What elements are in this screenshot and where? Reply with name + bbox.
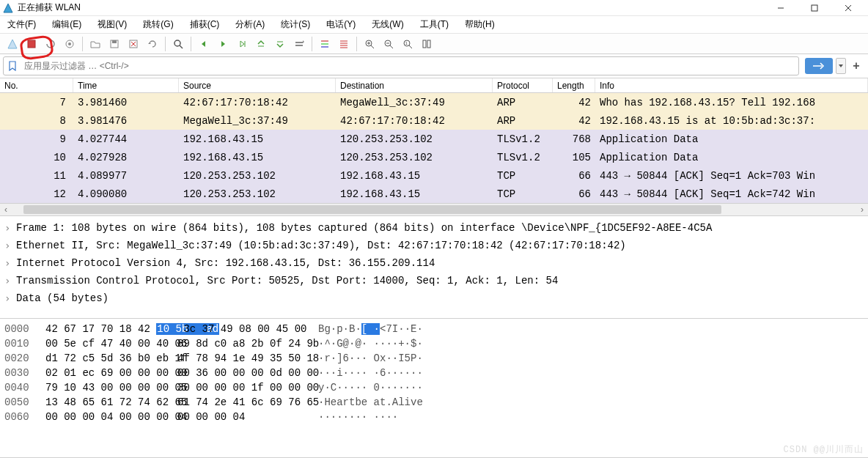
svg-line-34 bbox=[409, 45, 412, 48]
svg-rect-4 bbox=[28, 40, 35, 48]
zoom-out-button[interactable] bbox=[380, 36, 397, 52]
start-capture-button[interactable] bbox=[4, 36, 21, 52]
zoom-reset-button[interactable]: 1 bbox=[400, 36, 416, 52]
packet-bytes: 000042 67 17 70 18 42 10 5b ad 3c 37 49 … bbox=[0, 319, 868, 458]
menu-edit[interactable]: 编辑(E) bbox=[49, 17, 84, 32]
packet-list-hscrollbar[interactable]: ‹ › bbox=[0, 203, 868, 215]
packet-row[interactable]: 94.027744192.168.43.15120.253.253.102TLS… bbox=[0, 130, 868, 148]
list-view-button[interactable] bbox=[336, 36, 352, 52]
display-filter-input[interactable] bbox=[21, 61, 798, 71]
hex-line[interactable]: 003002 01 ec 69 00 00 00 0000 36 00 00 0… bbox=[4, 366, 864, 380]
detail-line[interactable]: ›Data (54 bytes) bbox=[4, 289, 864, 307]
hex-line[interactable]: 0020d1 72 c5 5d 36 b0 eb 1f4f 78 94 1e 4… bbox=[4, 351, 864, 366]
menu-view[interactable]: 视图(V) bbox=[95, 17, 130, 32]
save-file-button[interactable] bbox=[106, 36, 122, 52]
col-proto[interactable]: Protocol bbox=[493, 78, 553, 92]
hex-line[interactable]: 000042 67 17 70 18 42 10 5b ad 3c 37 49 … bbox=[4, 322, 864, 336]
menu-statistics[interactable]: 统计(S) bbox=[278, 17, 313, 32]
detail-text: Internet Protocol Version 4, Src: 192.16… bbox=[16, 257, 435, 269]
bookmark-icon[interactable] bbox=[4, 61, 21, 71]
auto-scroll-button[interactable] bbox=[291, 36, 307, 52]
svg-rect-1 bbox=[812, 5, 817, 11]
menu-wireless[interactable]: 无线(W) bbox=[369, 17, 406, 32]
toolbar: 1 bbox=[0, 34, 868, 54]
col-no[interactable]: No. bbox=[0, 78, 73, 92]
detail-line[interactable]: ›Transmission Control Protocol, Src Port… bbox=[4, 272, 864, 289]
svg-line-13 bbox=[180, 45, 183, 48]
svg-point-12 bbox=[174, 40, 180, 46]
zoom-in-button[interactable] bbox=[361, 36, 378, 52]
col-dst[interactable]: Destination bbox=[336, 78, 493, 92]
detail-text: Transmission Control Protocol, Src Port:… bbox=[16, 275, 558, 287]
menu-tools[interactable]: 工具(T) bbox=[417, 17, 452, 32]
packet-row[interactable]: 104.027928192.168.43.15120.253.253.102TL… bbox=[0, 148, 868, 166]
restart-capture-button[interactable] bbox=[43, 36, 59, 52]
col-len[interactable]: Length bbox=[553, 78, 595, 92]
app-icon bbox=[3, 3, 13, 13]
filter-history-button[interactable] bbox=[836, 58, 846, 74]
detail-line[interactable]: ›Frame 1: 108 bytes on wire (864 bits), … bbox=[4, 219, 864, 237]
go-back-button[interactable] bbox=[196, 36, 212, 52]
col-src[interactable]: Source bbox=[179, 78, 336, 92]
packet-row[interactable]: 124.090080120.253.253.102192.168.43.15TC… bbox=[0, 185, 868, 203]
svg-rect-8 bbox=[112, 40, 117, 43]
chevron-right-icon: › bbox=[4, 275, 12, 287]
chevron-right-icon: › bbox=[4, 257, 12, 269]
go-last-button[interactable] bbox=[272, 36, 288, 52]
open-file-button[interactable] bbox=[87, 36, 103, 52]
chevron-right-icon: › bbox=[4, 222, 12, 234]
detail-line[interactable]: ›Internet Protocol Version 4, Src: 192.1… bbox=[4, 254, 864, 272]
apply-filter-button[interactable] bbox=[805, 58, 833, 74]
svg-line-27 bbox=[371, 45, 374, 48]
col-info[interactable]: Info bbox=[595, 78, 868, 92]
close-button[interactable] bbox=[831, 0, 865, 16]
chevron-right-icon: › bbox=[4, 240, 12, 251]
add-filter-button[interactable]: + bbox=[849, 58, 864, 74]
go-forward-button[interactable] bbox=[215, 36, 231, 52]
go-to-packet-button[interactable] bbox=[234, 36, 250, 52]
stop-capture-button[interactable] bbox=[23, 36, 40, 52]
hex-line[interactable]: 006000 00 00 04 00 00 00 0400 00 00 04··… bbox=[4, 410, 864, 424]
menu-go[interactable]: 跳转(G) bbox=[140, 17, 176, 32]
svg-rect-20 bbox=[321, 43, 328, 45]
watermark: CSDN @@川川而山 bbox=[784, 443, 864, 456]
capture-options-button[interactable] bbox=[62, 36, 78, 52]
chevron-right-icon: › bbox=[4, 292, 12, 304]
maximize-button[interactable] bbox=[798, 0, 831, 16]
menu-telephony[interactable]: 电话(Y) bbox=[323, 17, 358, 32]
packet-row[interactable]: 73.98146042:67:17:70:18:42MegaWell_3c:37… bbox=[0, 93, 868, 111]
hex-line[interactable]: 001000 5e cf 47 40 00 40 0689 8d c0 a8 2… bbox=[4, 336, 864, 351]
svg-point-6 bbox=[68, 43, 71, 45]
packet-row[interactable]: 114.089977120.253.253.102192.168.43.15TC… bbox=[0, 166, 868, 185]
hex-line[interactable]: 004079 10 43 00 00 00 00 0530 00 00 00 1… bbox=[4, 380, 864, 395]
titlebar: 正在捕获 WLAN bbox=[0, 0, 868, 16]
window-title: 正在捕获 WLAN bbox=[18, 1, 81, 14]
menu-analyze[interactable]: 分析(A) bbox=[232, 17, 268, 32]
svg-rect-17 bbox=[295, 42, 303, 43]
colorize-button[interactable] bbox=[317, 36, 333, 52]
detail-line[interactable]: ›Ethernet II, Src: MegaWell_3c:37:49 (10… bbox=[4, 237, 864, 254]
go-first-button[interactable] bbox=[253, 36, 269, 52]
packet-row[interactable]: 83.981476MegaWell_3c:37:4942:67:17:70:18… bbox=[0, 111, 868, 130]
detail-text: Data (54 bytes) bbox=[16, 292, 108, 304]
menu-file[interactable]: 文件(F) bbox=[4, 17, 39, 32]
close-file-button[interactable] bbox=[125, 36, 141, 52]
minimize-button[interactable] bbox=[764, 0, 798, 16]
menu-capture[interactable]: 捕获(C) bbox=[187, 17, 223, 32]
svg-rect-36 bbox=[423, 40, 426, 48]
svg-text:1: 1 bbox=[405, 41, 408, 45]
display-filter-bar bbox=[3, 56, 799, 75]
find-button[interactable] bbox=[170, 36, 186, 52]
svg-rect-19 bbox=[321, 40, 328, 42]
hex-line[interactable]: 005013 48 65 61 72 74 62 6561 74 2e 41 6… bbox=[4, 395, 864, 410]
col-time[interactable]: Time bbox=[73, 78, 179, 92]
packet-details: ›Frame 1: 108 bytes on wire (864 bits), … bbox=[0, 216, 868, 319]
packet-list: No. Time Source Destination Protocol Len… bbox=[0, 78, 868, 216]
svg-rect-18 bbox=[295, 45, 303, 46]
reload-button[interactable] bbox=[144, 36, 161, 52]
resize-columns-button[interactable] bbox=[419, 36, 435, 52]
detail-text: Frame 1: 108 bytes on wire (864 bits), 1… bbox=[16, 222, 712, 234]
svg-rect-21 bbox=[321, 46, 328, 48]
menu-help[interactable]: 帮助(H) bbox=[462, 17, 498, 32]
detail-text: Ethernet II, Src: MegaWell_3c:37:49 (10:… bbox=[16, 240, 626, 251]
